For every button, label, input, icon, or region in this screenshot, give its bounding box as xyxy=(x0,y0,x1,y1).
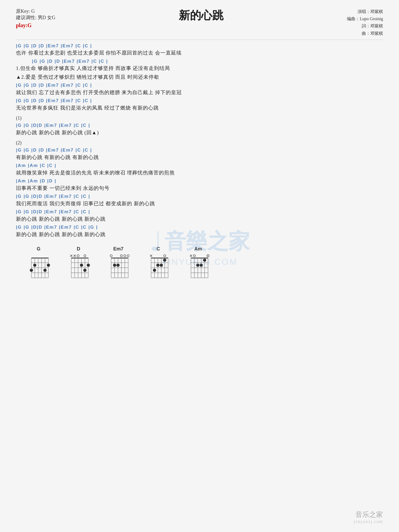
svg-point-49 xyxy=(124,255,126,257)
svg-point-50 xyxy=(120,255,122,257)
header-divider xyxy=(16,40,383,40)
svg-point-51 xyxy=(110,255,112,257)
svg-point-88 xyxy=(207,255,209,257)
section-outro1-chord: |G |G |D|D |Em7 |Em7 |C |C | xyxy=(16,208,383,215)
content-area: |G |G |D |D |Em7 |Em7 |C |C | 也许 你看过太多悲剧… xyxy=(16,43,383,238)
section-intro-lyrics: 也许 你看过太多悲剧 也受过太多委屈 你怕不愿回首的过去 会一直延续 xyxy=(16,49,383,57)
svg-point-85 xyxy=(193,255,196,257)
section-pre-chorus-chord: |G |G |D |D |Em7 |Em7 |C |C | xyxy=(16,82,383,89)
section-outro1-lyrics: 新的心跳 新的心跳 新的心跳 新的心跳 xyxy=(16,215,383,223)
header-area: 原Key: G 建议调性: 男D 女G play:G 新的心跳 演唱：邓紫棋 编… xyxy=(16,8,383,37)
arranger: 编曲：Lupo Groinig xyxy=(347,15,383,22)
svg-point-82 xyxy=(200,264,203,267)
section-verse1-lyrics2: ▲2.爱是 受伤过才够炽烈 牺牲过才够真切 而且 时间还未停歇 xyxy=(16,73,383,81)
svg-point-13 xyxy=(30,269,33,272)
svg-point-48 xyxy=(127,255,129,257)
section-pre-chorus-lyrics: 就让我们 忘了过去有多悲伤 打开受伤的翅膀 来为自己戴上 掉下的皇冠 xyxy=(16,89,383,97)
chord-diagram-am: Am xyxy=(186,246,210,280)
section-chorus1-chord: |G |G |D |D |Em7 |Em7 |C |C | xyxy=(16,97,383,104)
svg-point-64 xyxy=(156,264,160,267)
section-outro2-chord: |G |G |D|D |Em7 |Em7 |C |C |G | xyxy=(16,224,383,231)
section-section2-chord: |G |G |D |D |Em7 |Em7 |C |C | xyxy=(16,147,383,154)
logo-en: yinyuezj.com xyxy=(354,519,383,524)
svg-point-27 xyxy=(83,269,86,272)
svg-point-69 xyxy=(164,255,166,257)
chord-diagram-d: D xyxy=(66,246,90,280)
section-verse1-lyrics1: 1.但生命 够曲折才够真实 人痛过才够坚持 而故事 还没有走到结局 xyxy=(16,65,383,72)
composer: 曲：邓紫棋 xyxy=(347,30,383,37)
section-section2-lyrics: 有新的心跳 有新的心跳 有新的心跳 xyxy=(16,154,383,161)
svg-rect-70 xyxy=(191,258,208,258)
page: 原Key: G 建议调性: 男D 女G play:G 新的心跳 演唱：邓紫棋 编… xyxy=(0,0,399,532)
svg-point-65 xyxy=(153,269,156,272)
svg-point-11 xyxy=(43,269,47,272)
section-bridge2-chord: |Am |Am |D |D | xyxy=(16,178,383,185)
svg-point-12 xyxy=(47,264,50,267)
svg-point-26 xyxy=(80,264,83,267)
section-section1-chord: |G |G |D|D |Em7 |Em7 |C |C | xyxy=(16,122,383,129)
section-section2-label: (2) xyxy=(16,140,383,146)
svg-rect-0 xyxy=(31,258,48,258)
chord-name-am: Am xyxy=(194,246,202,252)
svg-rect-15 xyxy=(71,258,88,258)
section-bridge2-lyrics: 旧事再不重要 一切已经来到 永远的句号 xyxy=(16,185,383,192)
chord-diagram-g: G xyxy=(27,246,51,280)
logo-bottom-right: 音乐之家 yinyuezj.com xyxy=(354,510,383,524)
svg-rect-35 xyxy=(111,258,128,258)
svg-point-66 xyxy=(160,264,163,267)
svg-point-83 xyxy=(203,259,206,262)
svg-point-46 xyxy=(113,264,116,267)
chord-name-g: G xyxy=(37,246,40,252)
chord-name-d: D xyxy=(77,246,80,252)
svg-point-34 xyxy=(84,255,86,257)
suggested-key: 建议调性: 男D 女G xyxy=(16,14,55,21)
lyricist: 詞：邓紫棋 xyxy=(347,22,383,30)
section-bridge1-chord: |Am |Am |C |C | xyxy=(16,162,383,169)
svg-point-47 xyxy=(117,264,120,267)
chord-name-em7: Em7 xyxy=(113,246,123,252)
chord-diagram-em7: Em7 xyxy=(106,246,130,280)
section-outro2-lyrics: 新的心跳 新的心跳 新的心跳 新的心跳 xyxy=(16,231,383,238)
song-title: 新的心跳 xyxy=(55,8,347,23)
section-chorus1-lyrics: 无论世界有多疯狂 我们是浴火的凤凰 经过了燃烧 有新的心跳 xyxy=(16,104,383,112)
original-key: 原Key: G xyxy=(16,8,55,14)
play-key: play:G xyxy=(16,22,55,28)
section-section1-label: (1) xyxy=(16,115,383,121)
chord-diagram-c: C xyxy=(146,246,170,280)
svg-point-28 xyxy=(87,264,90,267)
header-center: 新的心跳 xyxy=(55,8,347,37)
svg-point-63 xyxy=(163,259,166,262)
logo-cn: 音乐之家 xyxy=(354,510,383,519)
svg-rect-52 xyxy=(151,258,168,258)
chord-diagrams-section: GDEm7CAm xyxy=(16,246,383,280)
section-verse1-chord: |G |G |D |D |Em7 |Em7 |C |C | xyxy=(16,58,383,65)
section-section1-lyrics: 新的心跳 新的心跳 新的心跳 (回▲) xyxy=(16,129,383,137)
singer: 演唱：邓紫棋 xyxy=(347,8,383,15)
header-right: 演唱：邓紫棋 编曲：Lupo Groinig 詞：邓紫棋 曲：邓紫棋 xyxy=(347,8,383,37)
svg-point-81 xyxy=(196,264,200,267)
svg-point-14 xyxy=(33,264,36,267)
chord-name-c: C xyxy=(157,246,160,252)
section-intro-chord: |G |G |D |D |Em7 |Em7 |C |C | xyxy=(16,43,383,49)
section-bridge1-lyrics: 就用微笑衰悼 死去是復活的先兆 听未来的嘹召 埋葬忧伤痛苦的煎熬 xyxy=(16,169,383,177)
svg-point-29 xyxy=(77,255,79,257)
section-bridge3-chord: |G |G |D|D |Em7 |Em7 |C |C | xyxy=(16,193,383,200)
header-left: 原Key: G 建议调性: 男D 女G play:G xyxy=(16,8,55,37)
section-bridge3-lyrics: 我们死而復活 我们失而復得 旧事已过 都变成新的 新的心跳 xyxy=(16,200,383,208)
